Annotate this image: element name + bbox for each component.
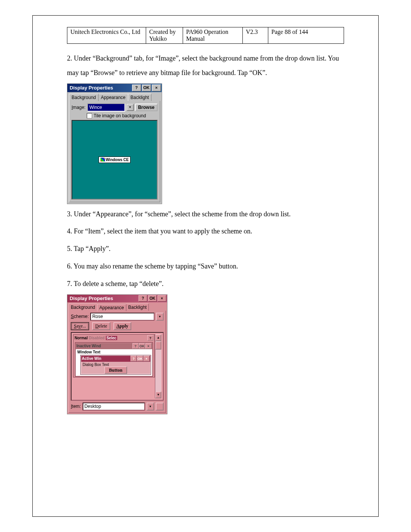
tab-backlight[interactable]: Backlight xyxy=(126,304,149,311)
tile-checkbox[interactable] xyxy=(87,113,92,118)
preview-dialog: Dialog Box Text Button xyxy=(81,362,150,374)
preview-menu-bar: Normal Disabled Selec ? xyxy=(74,335,154,341)
help-button[interactable]: ? xyxy=(132,85,141,91)
step-4-text: 4. For “Item”, select the item that you … xyxy=(67,224,344,239)
ok-button[interactable]: OK xyxy=(142,85,151,91)
apply-button[interactable]: Apply xyxy=(113,322,131,330)
background-preview: Windows CE xyxy=(72,120,158,200)
step-7-text: 7. To delete a scheme, tap “delete”. xyxy=(67,277,344,291)
header-created: Created by Yukiko xyxy=(146,27,183,44)
preview-inactive-title: Inactive Wind ?OK× xyxy=(76,343,152,349)
browse-button[interactable]: Browse xyxy=(135,104,158,111)
scheme-dropdown[interactable]: Rose xyxy=(90,313,155,321)
window-title: Display Properties xyxy=(70,85,131,91)
tab-appearance[interactable]: Appearance xyxy=(98,94,128,101)
color-picker-button[interactable] xyxy=(156,403,164,411)
tab-appearance[interactable]: Appearance xyxy=(97,304,126,311)
windows-ce-logo: Windows CE xyxy=(99,157,131,163)
preview-window-text: Window Text xyxy=(76,349,152,355)
header-company: Unitech Electronics Co., Ltd xyxy=(67,27,146,44)
scheme-label: Scheme: xyxy=(71,314,89,319)
save-button[interactable]: Save... xyxy=(71,322,89,330)
header-manual: PA960 Operation Manual xyxy=(183,27,243,44)
tile-label: Tile image on background xyxy=(94,113,146,118)
step-6-text: 6. You may also rename the scheme by tap… xyxy=(67,259,344,274)
preview-scrollbar[interactable]: ▲ ▼ xyxy=(155,334,161,398)
item-label: Item: xyxy=(71,404,81,409)
screenshot-display-properties-background: Display Properties ? OK × Background App… xyxy=(67,83,162,204)
dropdown-arrow-icon[interactable] xyxy=(147,403,154,411)
title-bar: Display Properties ? OK × xyxy=(67,84,162,92)
ok-button[interactable]: OK xyxy=(148,295,157,302)
tab-bar: Background Appearance Backlight xyxy=(67,92,162,101)
step-2-text: 2. Under “Background” tab, for “Image”, … xyxy=(67,51,344,80)
tab-background[interactable]: Background xyxy=(69,94,99,101)
close-button[interactable]: × xyxy=(158,295,166,302)
screenshot-display-properties-appearance: Display Properties ? OK × Background App… xyxy=(67,294,167,414)
dropdown-arrow-icon[interactable] xyxy=(156,313,164,321)
scroll-up-icon[interactable]: ▲ xyxy=(155,334,161,341)
header-version: V2.3 xyxy=(243,27,268,44)
title-bar: Display Properties ? OK × xyxy=(67,295,167,302)
scroll-thumb[interactable] xyxy=(155,341,161,350)
step-5-text: 5. Tap “Apply”. xyxy=(67,242,344,256)
delete-button[interactable]: Delete xyxy=(92,322,110,330)
close-button[interactable]: × xyxy=(152,85,161,91)
tab-bar: Background Appearance Backlight xyxy=(67,302,167,311)
scroll-down-icon[interactable]: ▼ xyxy=(155,391,161,398)
header-table: Unitech Electronics Co., Ltd Created by … xyxy=(67,27,344,44)
scheme-preview: Normal Disabled Selec ? Inactive Wind ?O… xyxy=(71,332,164,401)
preview-button: Button xyxy=(104,366,127,374)
tab-background[interactable]: Background xyxy=(68,304,97,311)
tab-content: Scheme: Rose Save... Delete Apply Normal… xyxy=(68,311,166,413)
item-dropdown[interactable]: Desktop xyxy=(83,403,145,411)
help-button[interactable]: ? xyxy=(139,295,147,302)
windows-flag-icon xyxy=(100,158,105,161)
image-dropdown[interactable]: Wince xyxy=(87,103,125,112)
step-3-text: 3. Under “Appearance”, for “scheme”, sel… xyxy=(67,207,344,222)
help-icon: ? xyxy=(147,335,153,341)
preview-active-title: Active Win ?OK× xyxy=(81,356,150,362)
tab-content: Image: Wince Browse Tile image on backgr… xyxy=(69,101,160,202)
header-page: Page 88 of 144 xyxy=(268,27,344,44)
dropdown-arrow-icon[interactable] xyxy=(127,104,134,111)
window-title: Display Properties xyxy=(70,296,138,301)
tab-backlight[interactable]: Backlight xyxy=(128,94,152,101)
